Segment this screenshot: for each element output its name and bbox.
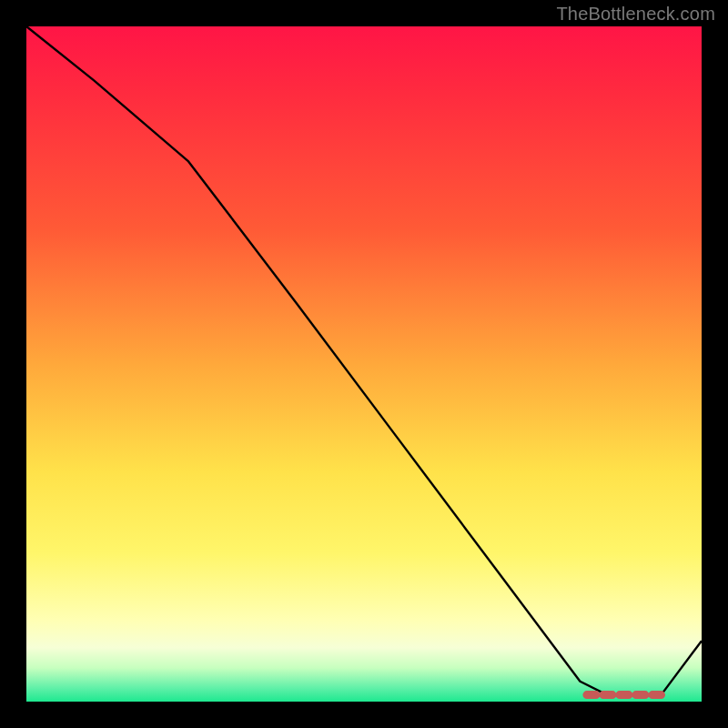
chart-frame: TheBottleneck.com [0,0,728,728]
chart-overlay [26,26,702,702]
attribution-label: TheBottleneck.com [556,4,715,25]
bottleneck-curve [26,26,702,695]
